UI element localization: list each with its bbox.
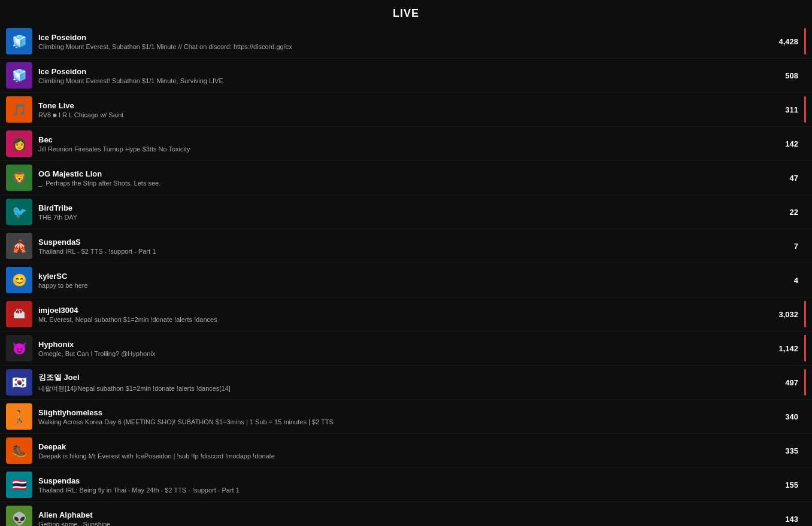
stream-row[interactable]: 🧊 Ice Poseidon Climbing Mount Everest! S… [0,59,812,93]
stream-info: BirdTribe THE 7th DAY [38,203,771,221]
stream-name: Tone Live [38,101,771,110]
live-indicator [804,403,806,430]
stream-name: Bec [38,135,771,144]
stream-info: imjoel3004 Mt. Everest, Nepal subathon $… [38,306,771,323]
avatar: 👩 [6,130,32,157]
avatar: 🇹🇭 [6,472,32,498]
avatar: 🇰🇷 [6,369,32,396]
avatar: 🧊 [6,28,32,54]
stream-row[interactable]: 🇹🇭 Suspendas Thailand IRL: Being fly in … [0,468,812,502]
stream-name: Suspendas [38,476,771,485]
viewer-count: 1,142 [777,344,801,353]
viewer-count: 155 [777,481,801,489]
stream-list: 🧊 Ice Poseidon Climbing Mount Everest, S… [0,25,812,526]
stream-info: Deepak Deepak is hiking Mt Everest with … [38,442,771,460]
stream-name: Slightlyhomeless [38,408,771,417]
stream-description: Thailand IRL: Being fly in Thai - May 24… [38,487,771,494]
avatar: 🧊 [6,62,32,89]
stream-row[interactable]: 👩 Bec Jill Reunion Firesales Turnup Hype… [0,127,812,161]
viewer-count: 22 [777,208,801,217]
live-indicator [804,506,806,526]
stream-info: SuspendaS Thailand IRL - $2 TTS - !suppo… [38,238,771,255]
stream-row[interactable]: 😈 Hyphonix Omegle, But Can I Trolling? @… [0,332,812,366]
stream-description: Walking Across Korea Day 6 (MEETING SHO)… [38,418,771,425]
stream-row[interactable]: 🐦 BirdTribe THE 7th DAY 22 [0,195,812,229]
stream-row[interactable]: 🥾 Deepak Deepak is hiking Mt Everest wit… [0,434,812,468]
stream-info: Tone Live RV8 ■ I R L Chicago w/ Saint [38,101,771,118]
live-indicator [804,233,806,259]
live-indicator [804,199,806,225]
stream-description: happy to be here [38,282,771,289]
stream-name: SuspendaS [38,238,771,247]
live-indicator [804,335,806,361]
stream-name: imjoel3004 [38,306,771,315]
stream-row[interactable]: 🚶 Slightlyhomeless Walking Across Korea … [0,400,812,434]
stream-description: Jill Reunion Firesales Turnup Hype $3tts… [38,145,771,153]
live-indicator [804,267,806,293]
stream-description: RV8 ■ I R L Chicago w/ Saint [38,111,771,118]
stream-name: Deepak [38,442,771,451]
stream-row[interactable]: 🦁 OG Majestic Lion _. Perhaps the Strip … [0,161,812,195]
stream-row[interactable]: 😊 kylerSC happy to be here 4 [0,263,812,297]
stream-name: Ice Poseidon [38,67,771,76]
stream-description: Deepak is hiking Mt Everest with IcePose… [38,452,771,460]
stream-description: _. Perhaps the Strip after Shots. Lets s… [38,180,771,187]
stream-info: Hyphonix Omegle, But Can I Trolling? @Hy… [38,340,771,357]
live-indicator [804,165,806,191]
live-indicator [804,369,806,396]
stream-info: Alien Alphabet Getting some...Sunshine [38,510,771,527]
live-indicator [804,437,806,464]
stream-name: Ice Poseidon [38,33,771,42]
stream-info: Bec Jill Reunion Firesales Turnup Hype $… [38,135,771,153]
stream-info: 킹조엘 Joel 네팔여행[14]/Nepal subathon $1=2min… [38,372,771,393]
viewer-count: 508 [777,71,801,80]
stream-description: Omegle, But Can I Trolling? @Hyphonix [38,350,771,357]
viewer-count: 3,032 [777,310,801,319]
viewer-count: 143 [777,515,801,524]
stream-name: OG Majestic Lion [38,169,771,178]
viewer-count: 497 [777,378,801,387]
stream-description: 네팔여행[14]/Nepal subathon $1=2min !donate … [38,384,771,393]
avatar: 🚶 [6,403,32,430]
stream-row[interactable]: 🏔 imjoel3004 Mt. Everest, Nepal subathon… [0,297,812,332]
avatar: 👽 [6,506,32,526]
stream-description: Mt. Everest, Nepal subathon $1=2min !don… [38,316,771,323]
avatar: 🐦 [6,199,32,225]
avatar: 🥾 [6,437,32,464]
viewer-count: 4,428 [777,37,801,46]
stream-info: Suspendas Thailand IRL: Being fly in Tha… [38,476,771,494]
live-indicator [804,28,806,54]
live-indicator [804,301,806,327]
viewer-count: 335 [777,446,801,455]
stream-row[interactable]: 🧊 Ice Poseidon Climbing Mount Everest, S… [0,25,812,59]
live-indicator [804,472,806,498]
stream-name: Alien Alphabet [38,510,771,519]
stream-name: Hyphonix [38,340,771,349]
viewer-count: 340 [777,412,801,421]
live-indicator [804,96,806,123]
viewer-count: 47 [777,174,801,183]
stream-info: kylerSC happy to be here [38,272,771,289]
stream-row[interactable]: 🇰🇷 킹조엘 Joel 네팔여행[14]/Nepal subathon $1=2… [0,366,812,400]
live-indicator [804,130,806,157]
stream-info: Ice Poseidon Climbing Mount Everest, Sub… [38,33,771,50]
viewer-count: 142 [777,139,801,148]
viewer-count: 311 [777,105,801,114]
avatar: 🎪 [6,233,32,259]
stream-info: Slightlyhomeless Walking Across Korea Da… [38,408,771,425]
avatar: 🏔 [6,301,32,327]
stream-name: BirdTribe [38,203,771,212]
stream-row[interactable]: 👽 Alien Alphabet Getting some...Sunshine… [0,502,812,526]
viewer-count: 7 [777,242,801,251]
stream-row[interactable]: 🎵 Tone Live RV8 ■ I R L Chicago w/ Saint… [0,93,812,127]
stream-description: Getting some...Sunshine [38,521,771,527]
live-indicator [804,62,806,89]
stream-description: THE 7th DAY [38,214,771,221]
stream-description: Climbing Mount Everest! Subathon $1/1 Mi… [38,77,771,84]
viewer-count: 4 [777,276,801,285]
stream-row[interactable]: 🎪 SuspendaS Thailand IRL - $2 TTS - !sup… [0,229,812,263]
stream-name: kylerSC [38,272,771,281]
avatar: 🎵 [6,96,32,123]
stream-description: Climbing Mount Everest, Subathon $1/1 Mi… [38,43,771,50]
stream-description: Thailand IRL - $2 TTS - !support - Part … [38,248,771,255]
